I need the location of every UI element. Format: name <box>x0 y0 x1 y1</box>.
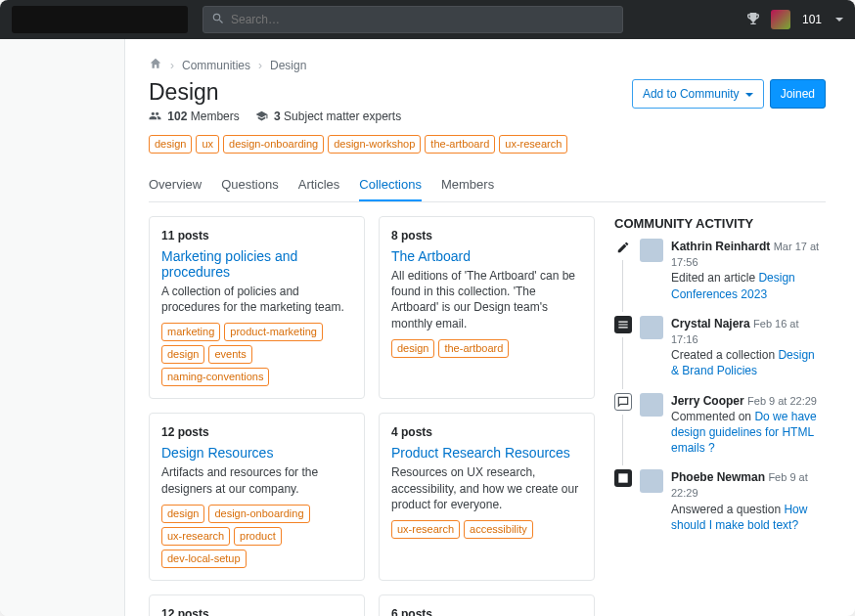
tag-design[interactable]: design <box>391 339 434 358</box>
tab-members[interactable]: Members <box>441 169 494 201</box>
members-stat: 102 Members <box>149 110 240 123</box>
activity-date: Feb 9 at 22:29 <box>747 395 817 407</box>
activity-body: Crystal Najera Feb 16 at 17:16Created a … <box>671 316 820 379</box>
pencil-icon <box>614 239 632 256</box>
post-count: 4 posts <box>391 425 582 439</box>
activity-avatar[interactable] <box>640 469 663 493</box>
collection-desc: A collection of policies and procedures … <box>161 284 352 315</box>
tag-the-artboard[interactable]: the-artboard <box>438 339 509 358</box>
people-icon <box>149 110 161 122</box>
tag-product[interactable]: product <box>234 527 282 546</box>
breadcrumb: › Communities › Design <box>149 57 826 73</box>
collection-card[interactable]: 12 postsDesign ResourcesArtifacts and re… <box>149 413 365 580</box>
sme-stat: 3 Subject matter experts <box>255 110 401 123</box>
activity-item: APhoebe Newman Feb 9 at 22:29Answered a … <box>614 469 820 533</box>
joined-button[interactable]: Joined <box>770 79 826 109</box>
svg-text:A: A <box>620 474 626 483</box>
activity-verb: Answered a question <box>671 503 784 516</box>
activity-heading: COMMUNITY ACTIVITY <box>614 216 820 231</box>
activity-user[interactable]: Phoebe Newman <box>671 470 765 484</box>
activity-verb: Created a collection <box>671 348 778 362</box>
collection-card[interactable]: 8 postsThe ArtboardAll editions of 'The … <box>379 216 595 399</box>
activity-item: Jerry Cooper Feb 9 at 22:29Commented on … <box>614 393 820 457</box>
topbar: 101 <box>0 0 855 39</box>
tag-design-onboarding[interactable]: design-onboarding <box>223 135 324 154</box>
tag-naming-conventions[interactable]: naming-conventions <box>161 368 269 386</box>
collection-title[interactable]: Design Resources <box>161 445 352 461</box>
activity-item: Crystal Najera Feb 16 at 17:16Created a … <box>614 316 820 379</box>
collection-card[interactable]: 6 posts <box>379 594 595 616</box>
breadcrumb-current: Design <box>270 59 306 72</box>
tab-collections[interactable]: Collections <box>359 169 422 201</box>
trophy-icon[interactable] <box>745 11 761 29</box>
activity-avatar[interactable] <box>640 316 663 339</box>
search-box[interactable] <box>202 6 623 33</box>
activity-avatar[interactable] <box>640 393 663 417</box>
answer-icon: A <box>614 469 632 487</box>
tab-bar: OverviewQuestionsArticlesCollectionsMemb… <box>149 169 826 202</box>
tab-questions[interactable]: Questions <box>221 169 279 201</box>
breadcrumb-sep: › <box>170 59 174 72</box>
collection-card[interactable]: 11 postsMarketing policies and procedure… <box>149 216 365 399</box>
activity-user[interactable]: Crystal Najera <box>671 317 750 330</box>
search-input[interactable] <box>231 13 614 26</box>
tag-design[interactable]: design <box>161 345 204 364</box>
breadcrumb-sep: › <box>258 59 262 72</box>
chevron-down-icon <box>745 93 753 97</box>
post-count: 11 posts <box>161 229 352 242</box>
left-nav <box>0 39 125 616</box>
tag-product-marketing[interactable]: product-marketing <box>224 323 323 341</box>
activity-verb: Edited an article <box>671 271 758 285</box>
activity-body: Jerry Cooper Feb 9 at 22:29Commented on … <box>671 393 820 457</box>
reputation: 101 <box>802 13 822 26</box>
tag-accessibility[interactable]: accessibility <box>464 520 533 539</box>
home-icon[interactable] <box>149 57 162 73</box>
tag-marketing[interactable]: marketing <box>161 323 220 341</box>
activity-sidebar: COMMUNITY ACTIVITY Kathrin Reinhardt Mar… <box>614 216 820 547</box>
tag-design-workshop[interactable]: design-workshop <box>328 135 421 154</box>
graduation-icon <box>255 110 268 122</box>
activity-body: Phoebe Newman Feb 9 at 22:29Answered a q… <box>671 469 820 533</box>
collection-card[interactable]: 12 postsInspirationA place to drop desig… <box>149 594 365 616</box>
collections-grid: 11 postsMarketing policies and procedure… <box>149 216 595 616</box>
tag-design-onboarding[interactable]: design-onboarding <box>208 505 309 523</box>
post-count: 8 posts <box>391 229 582 242</box>
chevron-down-icon[interactable] <box>835 18 843 22</box>
tag-ux-research[interactable]: ux-research <box>499 135 567 154</box>
collection-desc: Artifacts and resources for the designer… <box>161 464 352 496</box>
collection-desc: All editions of 'The Artboard' can be fo… <box>391 268 582 331</box>
page-title: Design <box>149 79 401 106</box>
header-tag-row: designuxdesign-onboardingdesign-workshop… <box>149 135 826 154</box>
activity-verb: Commented on <box>671 410 754 423</box>
tag-design[interactable]: design <box>149 135 192 154</box>
tab-articles[interactable]: Articles <box>298 169 340 201</box>
search-icon <box>211 12 231 28</box>
post-count: 12 posts <box>161 425 352 439</box>
collection-title[interactable]: The Artboard <box>391 248 582 264</box>
collection-title[interactable]: Marketing policies and procedures <box>161 248 352 280</box>
collection-desc: Resources on UX research, accessibility,… <box>391 464 582 512</box>
tag-ux-research[interactable]: ux-research <box>391 520 460 539</box>
post-count: 6 posts <box>391 607 582 616</box>
activity-user[interactable]: Jerry Cooper <box>671 394 744 408</box>
logo[interactable] <box>12 6 188 33</box>
tag-the-artboard[interactable]: the-artboard <box>425 135 495 154</box>
add-to-community-button[interactable]: Add to Community <box>632 79 764 109</box>
tag-design[interactable]: design <box>161 505 204 523</box>
collection-card[interactable]: 4 postsProduct Research ResourcesResourc… <box>379 413 595 580</box>
activity-item: Kathrin Reinhardt Mar 17 at 17:56Edited … <box>614 239 820 302</box>
collection-title[interactable]: Product Research Resources <box>391 445 582 461</box>
list-icon <box>614 316 632 333</box>
activity-user[interactable]: Kathrin Reinhardt <box>671 240 770 253</box>
tab-overview[interactable]: Overview <box>149 169 202 201</box>
activity-avatar[interactable] <box>640 239 663 262</box>
post-count: 12 posts <box>161 607 352 616</box>
tag-ux-research[interactable]: ux-research <box>161 527 230 546</box>
tag-events[interactable]: events <box>208 345 251 364</box>
comment-icon <box>614 393 632 411</box>
user-avatar[interactable] <box>771 10 790 29</box>
tag-dev-local-setup[interactable]: dev-local-setup <box>161 550 247 568</box>
tag-ux[interactable]: ux <box>196 135 219 154</box>
activity-body: Kathrin Reinhardt Mar 17 at 17:56Edited … <box>671 239 820 302</box>
breadcrumb-communities[interactable]: Communities <box>182 59 250 72</box>
